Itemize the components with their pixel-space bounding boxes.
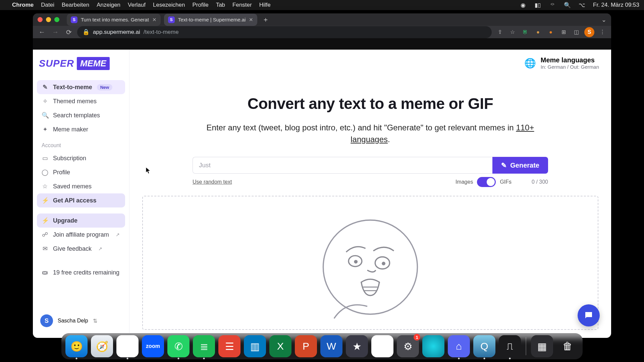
menu-lesezeichen[interactable]: Lesezeichen xyxy=(153,2,185,8)
menu-bearbeiten[interactable]: Bearbeiten xyxy=(62,2,89,8)
minimize-window-icon[interactable] xyxy=(46,17,51,22)
dock-powerpoint[interactable]: P xyxy=(295,335,317,357)
screenrec-icon[interactable]: ◉ xyxy=(519,1,527,9)
viewport: SUPER MEME ✎ Text-to-meme New ✧ Themed m… xyxy=(33,38,611,338)
dock-chrome[interactable]: ◉ xyxy=(116,335,139,357)
credits-label: 19 free credits remaining xyxy=(53,269,119,276)
dock-trello[interactable]: ▥ xyxy=(244,335,266,357)
chrome-menu-icon[interactable]: ⋮ xyxy=(598,27,607,37)
control-center-icon[interactable]: ⌥ xyxy=(578,1,586,9)
sidebar-item-text-to-meme[interactable]: ✎ Text-to-meme New xyxy=(37,80,125,94)
app-frame: SUPER MEME ✎ Text-to-meme New ✧ Themed m… xyxy=(33,50,611,338)
menu-anzeigen[interactable]: Anzeigen xyxy=(97,2,120,8)
search-icon[interactable]: 🔍 xyxy=(564,1,571,9)
profile-avatar[interactable]: S xyxy=(584,27,594,37)
menu-hilfe[interactable]: Hilfe xyxy=(259,2,271,8)
text-input[interactable] xyxy=(193,157,492,174)
dock-word[interactable]: W xyxy=(320,335,342,357)
logo-part2: MEME xyxy=(77,57,110,70)
meme-canvas xyxy=(142,196,598,330)
dock-siri[interactable] xyxy=(422,335,444,357)
dock-zoom[interactable]: zoom xyxy=(142,335,164,357)
lock-icon: 🔒 xyxy=(83,28,90,36)
dock-spotify[interactable]: ≣ xyxy=(193,335,215,357)
menubar-appname[interactable]: Chrome xyxy=(12,2,34,8)
sidebar-item-upgrade[interactable]: ⚡ Upgrade xyxy=(37,214,125,228)
dock-settings[interactable]: ⚙1 xyxy=(397,335,419,357)
dock-imovie[interactable]: ★ xyxy=(346,335,368,357)
share-icon[interactable]: ⇪ xyxy=(495,27,504,37)
wifi-icon[interactable]: ⌔ xyxy=(549,1,556,9)
chat-fab[interactable] xyxy=(578,304,600,326)
sidebar-item-label: Upgrade xyxy=(53,217,77,224)
dock-todoist[interactable]: ☰ xyxy=(218,335,240,357)
sidebar-item-label: Text-to-meme xyxy=(53,84,92,91)
new-tab-button[interactable]: ＋ xyxy=(261,15,271,25)
tab-2[interactable]: S Text-to-meme | Supermeme.ai ✕ xyxy=(164,14,257,26)
menubar-clock[interactable]: Fr. 24. März 09:53 xyxy=(593,2,639,8)
sidebar-item-search[interactable]: 🔍 Search templates xyxy=(37,108,125,122)
dock-mission[interactable]: ▦ xyxy=(531,335,553,357)
close-tab-icon[interactable]: ✕ xyxy=(152,17,157,23)
sidepanel-icon[interactable]: ◫ xyxy=(572,27,581,37)
battery-icon[interactable]: ▮▯ xyxy=(534,1,541,9)
fullscreen-window-icon[interactable] xyxy=(54,17,59,22)
sidebar-item-saved[interactable]: ☆ Saved memes xyxy=(37,179,125,193)
dock-discord[interactable]: ⌂ xyxy=(448,335,470,357)
sidebar-item-api[interactable]: ⚡ Get API access xyxy=(37,193,125,207)
random-text-link[interactable]: Use random text xyxy=(193,179,232,185)
dock-trash[interactable]: 🗑 xyxy=(556,335,579,357)
chain-icon: ☍ xyxy=(42,231,48,238)
tabs-overflow-icon[interactable]: ⌄ xyxy=(601,16,606,23)
close-window-icon[interactable] xyxy=(38,17,43,22)
extensions-puzzle-icon[interactable]: ⊞ xyxy=(559,27,568,37)
sidebar-item-maker[interactable]: ✦ Meme maker xyxy=(37,122,125,136)
dock-drive[interactable]: ▲ xyxy=(371,335,393,357)
sidebar-item-subscription[interactable]: ▭ Subscription xyxy=(37,151,125,165)
dock-voice[interactable]: ⎍ xyxy=(499,335,521,357)
menu-fenster[interactable]: Fenster xyxy=(232,2,252,8)
sidebar-item-themed[interactable]: ✧ Themed memes xyxy=(37,94,125,108)
close-tab-icon[interactable]: ✕ xyxy=(249,17,253,23)
shield-ext-icon[interactable]: ⛨ xyxy=(521,27,530,37)
window-traffic-lights[interactable] xyxy=(38,17,59,22)
menu-verlauf[interactable]: Verlauf xyxy=(128,2,146,8)
toggle-knob xyxy=(487,178,495,186)
extension2-icon[interactable]: ● xyxy=(546,27,555,37)
sidebar: SUPER MEME ✎ Text-to-meme New ✧ Themed m… xyxy=(33,50,129,338)
bookmark-icon[interactable]: ☆ xyxy=(508,27,517,37)
menu-profile[interactable]: Profile xyxy=(192,2,208,8)
back-button[interactable]: ← xyxy=(37,27,47,37)
logo[interactable]: SUPER MEME xyxy=(39,57,123,70)
extension-icon[interactable]: ● xyxy=(533,27,543,37)
reload-button[interactable]: ⟳ xyxy=(64,27,74,37)
language-title: Meme languages xyxy=(541,56,599,64)
dock-excel[interactable]: X xyxy=(269,335,291,357)
language-selector[interactable]: 🌐 Meme languages In: German / Out: Germa… xyxy=(524,56,599,70)
sidebar-item-label: Profile xyxy=(53,169,70,176)
menu-datei[interactable]: Datei xyxy=(41,2,54,8)
forward-button[interactable]: → xyxy=(50,27,60,37)
dock-whatsapp[interactable]: ✆ xyxy=(167,335,190,357)
card-icon: ▭ xyxy=(42,155,48,162)
dock-separator xyxy=(526,337,526,355)
sidebar-item-feedback[interactable]: ✉ Give feedback ↗ xyxy=(37,242,125,256)
sidebar-item-label: Themed memes xyxy=(53,98,97,105)
bolt-icon: ⚡ xyxy=(42,217,48,224)
user-menu[interactable]: S Sascha Delp ⇅ xyxy=(37,310,125,331)
dock-finder[interactable]: 🙂 xyxy=(65,335,88,357)
generate-button[interactable]: ✎ Generate xyxy=(492,157,548,174)
sidebar-item-label: Get API access xyxy=(53,197,96,204)
sidebar-item-affiliate[interactable]: ☍ Join affiliate program ↗ xyxy=(37,228,125,242)
menu-tab[interactable]: Tab xyxy=(216,2,225,8)
tab-1[interactable]: S Turn text into memes. Generat ✕ xyxy=(67,14,161,26)
dock-quicktime[interactable]: Q xyxy=(473,335,495,357)
svg-point-0 xyxy=(323,220,418,314)
images-gifs-toggle[interactable] xyxy=(477,177,496,187)
omnibox[interactable]: 🔒 app.supermeme.ai/text-to-meme xyxy=(77,26,492,38)
dock-safari[interactable]: 🧭 xyxy=(91,335,113,357)
sidebar-item-profile[interactable]: ◯ Profile xyxy=(37,165,125,179)
translate-icon: 🌐 xyxy=(524,58,536,69)
bolt-icon: ⚡ xyxy=(42,197,48,204)
char-count: 0 / 300 xyxy=(532,179,548,185)
